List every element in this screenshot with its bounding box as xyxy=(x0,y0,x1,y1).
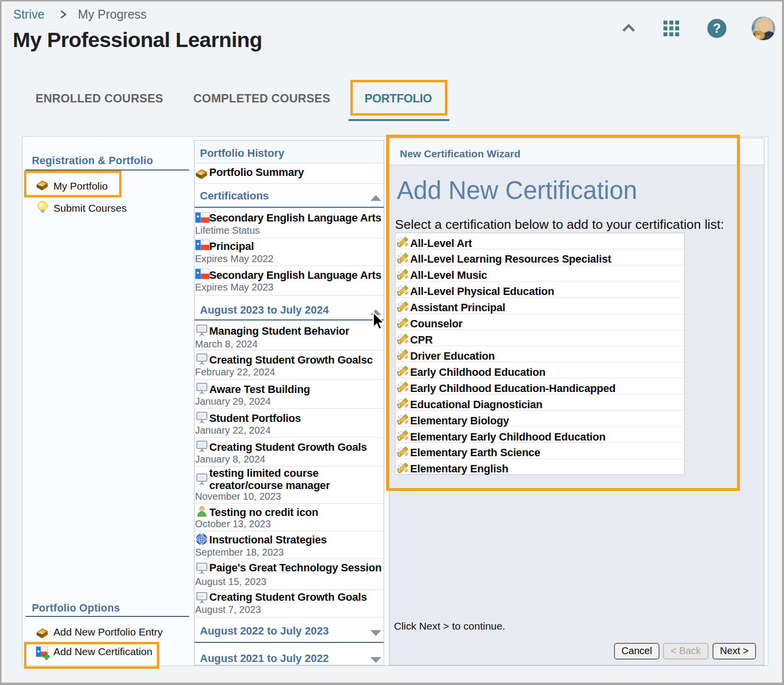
svg-text:?: ? xyxy=(713,21,721,36)
